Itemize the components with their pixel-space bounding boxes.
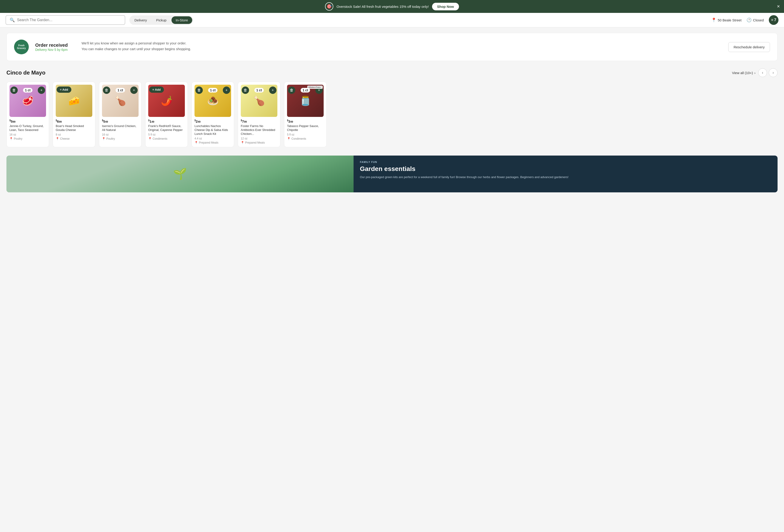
delivery-time: Delivery Nov 5 by 6pm	[35, 48, 68, 52]
quantity-count: 1 ct	[254, 88, 263, 92]
list-item: 🧆 🗑 1 ct + $249 Lunchables Nachos Cheese…	[192, 82, 234, 147]
product-category: 📍 Condiments	[148, 137, 185, 140]
gluten-free-badge: Gluten-Free✓	[307, 86, 323, 89]
section-title: Cinco de Mayo	[6, 69, 45, 76]
in-store-tab[interactable]: In-Store	[171, 16, 192, 24]
product-weight: 5 fl oz	[287, 133, 324, 136]
next-arrow-button[interactable]: ›	[769, 68, 778, 77]
promo-banner: 🎯 Overstock Sale! All fresh fruit vegeta…	[0, 0, 784, 13]
remove-item-button[interactable]: 🗑	[242, 87, 249, 94]
list-item: 🫙 🗑 1 ct + Gluten-Free✓ $349 Tabasco Pep…	[284, 82, 327, 147]
quantity-count: 1 ct	[23, 88, 32, 92]
cart-count: 7	[774, 18, 776, 22]
remove-item-button[interactable]: 🗑	[195, 87, 203, 94]
delivery-nav: Delivery Pickup In-Store	[129, 16, 193, 25]
location-info[interactable]: 📍 50 Beale Street	[711, 18, 741, 23]
order-message2: You can make changes to your cart until …	[82, 47, 722, 51]
quantity-count: 1 ct	[208, 88, 217, 92]
view-all-link[interactable]: View all (10+) ›	[732, 71, 755, 75]
garden-essentials-banner[interactable]: 🌱 FAMILY FUN Garden essentials Our pre-p…	[6, 155, 778, 193]
product-category: 📍 Cheese	[56, 137, 92, 140]
quantity-control: ≡ Add	[56, 87, 92, 93]
search-icon: 🔍	[10, 18, 15, 23]
garden-banner-image: 🌱	[6, 155, 354, 193]
order-status: Order received Delivery Nov 5 by 6pm	[35, 42, 68, 52]
product-category: 📍 Poultry	[9, 137, 46, 140]
banner-text: Overstock Sale! All fresh fruit vegetabl…	[337, 5, 429, 8]
list-item: 🥩 🗑 1 ct + $599 Jennie-O Turkey, Ground,…	[6, 82, 49, 147]
location-pin-icon: 📍	[9, 137, 13, 140]
order-messages: We'll let you know when we assign a pers…	[82, 41, 722, 53]
product-name: Foster Farms No Antibiotics Ever Shredde…	[241, 124, 277, 136]
product-category: 📍 Poultry	[102, 137, 139, 140]
location-pin-icon: 📍	[195, 141, 198, 144]
view-all-text: View all (10+)	[732, 71, 753, 75]
clock-icon: 🕐	[747, 18, 752, 23]
banner-close-button[interactable]: ×	[777, 4, 780, 9]
quantity-control: ≡ Add	[148, 87, 185, 93]
remove-item-button[interactable]: 🗑	[10, 87, 18, 94]
add-item-button[interactable]: +	[269, 87, 276, 94]
list-item: 🧀 ≡ Add $699 Boar's Head Smoked Gouda Ch…	[53, 82, 95, 147]
store-status-info[interactable]: 🕐 Closed	[747, 18, 764, 23]
product-name: Isernio's Ground Chicken, All Natural	[102, 124, 139, 132]
logo-line2: Grocery	[17, 47, 26, 50]
quantity-count: 1 ct	[116, 88, 125, 92]
product-name: Lunchables Nachos Cheese Dip & Salsa Kid…	[195, 124, 231, 136]
products-grid: 🥩 🗑 1 ct + $599 Jennie-O Turkey, Ground,…	[6, 82, 778, 149]
search-input[interactable]	[17, 18, 121, 22]
product-weight: 5 fl oz	[148, 133, 185, 136]
location-pin-icon: 📍	[241, 141, 244, 144]
cart-button[interactable]: ≡ 7	[769, 15, 779, 25]
add-item-button[interactable]: +	[223, 87, 230, 94]
logo-line1: Fresh	[18, 44, 24, 47]
delivery-tab[interactable]: Delivery	[130, 16, 151, 24]
search-bar[interactable]: 🔍	[5, 15, 125, 25]
main-content: Fresh Grocery Order received Delivery No…	[0, 27, 784, 198]
quantity-control: 🗑 1 ct +	[241, 87, 277, 94]
reschedule-delivery-button[interactable]: Reschedule delivery	[728, 42, 770, 52]
add-item-button[interactable]: +	[38, 87, 45, 94]
list-item: 🍗 🗑 1 ct + $549 Isernio's Ground Chicken…	[99, 82, 142, 147]
prev-arrow-button[interactable]: ‹	[758, 68, 767, 77]
location-pin-icon: 📍	[56, 137, 59, 140]
remove-item-button[interactable]: 🗑	[103, 87, 110, 94]
product-weight: 8 oz	[56, 133, 92, 136]
location-pin-icon: 📍	[287, 137, 290, 140]
garden-image-overlay: 🌱	[6, 155, 354, 193]
product-name: Tabasco Pepper Sauce, Chipotle	[287, 124, 324, 132]
garden-banner-content: FAMILY FUN Garden essentials Our pre-pac…	[354, 155, 778, 193]
product-weight: 4.4 oz	[195, 137, 231, 140]
cinco-section-header: Cinco de Mayo View all (10+) › ‹ ›	[6, 68, 778, 77]
product-category: 📍 Prepared Meats	[241, 141, 277, 144]
header-info: 📍 50 Beale Street 🕐 Closed ≡ 7	[711, 15, 779, 25]
garden-description: Our pre-packaged green kits are perfect …	[360, 175, 771, 179]
quantity-control: 🗑 1 ct +	[195, 87, 231, 94]
remove-item-button[interactable]: 🗑	[288, 87, 295, 94]
quantity-control: 🗑 1 ct +	[102, 87, 139, 94]
header: 🔍 Delivery Pickup In-Store 📍 50 Beale St…	[0, 13, 784, 27]
location-icon: 📍	[711, 18, 716, 23]
add-product-button[interactable]: ≡ Add	[149, 87, 164, 93]
location-text: 50 Beale Street	[718, 18, 741, 22]
banner-icon: 🎯	[325, 2, 333, 10]
garden-tag: FAMILY FUN	[360, 160, 771, 164]
pickup-tab[interactable]: Pickup	[152, 16, 171, 24]
product-category: 📍 Condiments	[287, 137, 324, 140]
shop-now-button[interactable]: Shop Now	[432, 3, 459, 10]
product-category: 📍 Prepared Meals	[195, 141, 231, 144]
product-name: Jennie-O Turkey, Ground, Lean, Taco Seas…	[9, 124, 46, 132]
product-weight: 12 oz	[241, 137, 277, 140]
quantity-control: 🗑 1 ct +	[9, 87, 46, 94]
location-pin-icon: 📍	[102, 137, 106, 140]
order-received-card: Fresh Grocery Order received Delivery No…	[6, 33, 778, 61]
chevron-right-icon: ›	[754, 71, 755, 75]
add-product-button[interactable]: ≡ Add	[57, 87, 72, 93]
location-pin-icon: 📍	[148, 137, 152, 140]
product-name: Frank's RedHot® Sauce, Original, Cayenne…	[148, 124, 185, 132]
garden-title: Garden essentials	[360, 165, 771, 173]
product-name: Boar's Head Smoked Gouda Cheese	[56, 124, 92, 132]
product-weight: 16 oz	[102, 133, 139, 136]
cart-icon: ≡	[771, 18, 773, 22]
add-item-button[interactable]: +	[130, 87, 138, 94]
